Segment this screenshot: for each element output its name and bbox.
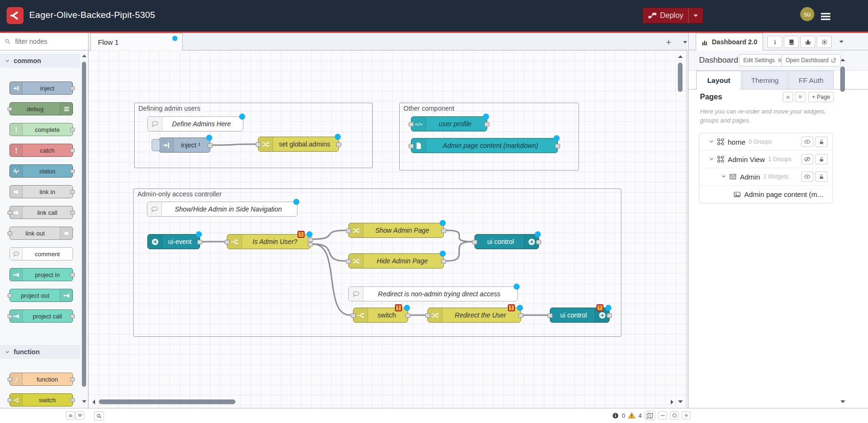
canvas-scroll-down-icon[interactable] xyxy=(677,398,684,405)
node-output-port[interactable] xyxy=(405,313,410,318)
node-output-port[interactable] xyxy=(441,228,446,233)
deploy-button[interactable]: Deploy xyxy=(643,8,703,24)
sidebar-menu-icon[interactable] xyxy=(838,39,844,45)
node-input-port[interactable] xyxy=(547,313,553,318)
lock-toggle-button[interactable] xyxy=(815,137,828,147)
node-input-port[interactable] xyxy=(425,313,430,318)
node-input-port[interactable] xyxy=(8,293,12,298)
node-output-port[interactable] xyxy=(70,211,75,215)
node-output-port[interactable] xyxy=(70,86,75,90)
navigator-button[interactable] xyxy=(644,411,655,420)
tree-row-home[interactable]: home0 Groups xyxy=(699,133,832,151)
comment-node-comment1[interactable]: Define Admins Here xyxy=(147,116,243,131)
palette-node-debug[interactable]: debug xyxy=(9,102,73,115)
lock-toggle-button[interactable] xyxy=(815,171,828,182)
flow-node-is-admin[interactable]: Is Admin User?! xyxy=(227,234,311,249)
canvas-vscrollbar-thumb[interactable] xyxy=(678,63,683,92)
flow-node-admin-content[interactable]: Admin page content (markdown) xyxy=(411,138,558,153)
tree-row-admin-view[interactable]: Admin View1 Groups xyxy=(699,151,832,168)
tree-row-admin-page-content-m-[interactable]: Admin page content (m... xyxy=(699,186,832,203)
palette-node-complete[interactable]: complete xyxy=(9,123,73,136)
comment-node-comment2[interactable]: Show/Hide Admin in Side Navigation xyxy=(147,202,297,217)
palette-category-common[interactable]: common xyxy=(0,54,80,67)
tab-dashboard-2[interactable]: Dashboard 2.0 xyxy=(696,33,763,50)
palette-expand-all-button[interactable] xyxy=(75,411,84,420)
palette-category-function[interactable]: function xyxy=(0,345,80,358)
flow-node-redirect-user[interactable]: Redirect the User! xyxy=(427,308,521,323)
node-input-port[interactable] xyxy=(8,398,12,402)
canvas-hscrollbar-thumb[interactable] xyxy=(99,399,235,404)
node-output-port[interactable] xyxy=(441,259,446,264)
comment-node-comment3[interactable]: Redirect is non-admin trying direct acce… xyxy=(348,286,518,301)
flow-group-other-component[interactable]: Other component xyxy=(399,103,579,171)
palette-node-status[interactable]: status xyxy=(9,164,73,178)
node-output-port[interactable] xyxy=(70,398,75,402)
node-output-port[interactable] xyxy=(70,190,75,194)
canvas-scroll-left-icon[interactable] xyxy=(90,399,97,406)
node-input-port[interactable] xyxy=(472,240,477,244)
node-output-port[interactable] xyxy=(208,143,213,148)
flow-node-user-profile[interactable]: </>user profile xyxy=(411,116,487,131)
palette-collapse-all-button[interactable] xyxy=(66,411,75,420)
config-tab-button[interactable] xyxy=(817,36,832,48)
palette-node-project-out[interactable]: project out xyxy=(9,289,73,302)
tree-expand-icon[interactable] xyxy=(721,172,726,181)
flow-node-ui-control-1[interactable]: ui control xyxy=(474,234,539,249)
subtab-layout[interactable]: Layout xyxy=(696,71,741,89)
debug-tab-button[interactable] xyxy=(800,36,815,48)
node-input-port[interactable] xyxy=(346,259,351,264)
node-output-port[interactable] xyxy=(70,273,75,277)
node-output-port[interactable] xyxy=(607,313,612,318)
palette-scrollbar-thumb[interactable] xyxy=(82,62,86,387)
zoom-out-button[interactable] xyxy=(658,411,667,420)
flow-canvas[interactable]: Defining admin usersOther componentAdmin… xyxy=(88,50,687,408)
node-output-port[interactable] xyxy=(197,240,202,244)
node-output-port[interactable] xyxy=(70,169,75,173)
node-output-port[interactable] xyxy=(308,242,313,247)
node-output-port[interactable] xyxy=(70,128,75,132)
palette-node-project-call[interactable]: project call xyxy=(9,309,73,323)
flow-node-ui-control-2[interactable]: ui control! xyxy=(550,308,610,323)
node-output-port[interactable] xyxy=(518,313,523,318)
flow-node-show-admin[interactable]: Show Admin Page xyxy=(348,223,444,238)
subtab-theming[interactable]: Theming xyxy=(742,71,788,89)
main-menu-icon[interactable] xyxy=(820,11,831,21)
node-output-port[interactable] xyxy=(484,122,490,127)
deploy-menu-button[interactable] xyxy=(689,12,703,19)
palette-scroll-down-icon[interactable] xyxy=(81,398,88,405)
flow-node-set-admins[interactable]: set global.admins xyxy=(258,137,339,152)
visibility-toggle-button[interactable] xyxy=(801,154,813,164)
node-output-port[interactable] xyxy=(536,240,541,244)
node-input-port[interactable] xyxy=(8,377,12,382)
node-input-port[interactable] xyxy=(256,142,261,147)
palette-scroll-up-icon[interactable] xyxy=(81,53,88,59)
node-input-port[interactable] xyxy=(8,314,12,318)
palette-node-link-in[interactable]: link in xyxy=(9,185,73,198)
info-tab-button[interactable] xyxy=(767,36,782,48)
help-tab-button[interactable] xyxy=(784,36,799,48)
node-input-port[interactable] xyxy=(351,313,356,318)
node-output-port[interactable] xyxy=(555,144,560,148)
collapse-all-button[interactable] xyxy=(783,92,793,102)
subtab-ff-auth[interactable]: FF Auth xyxy=(788,71,834,89)
node-output-port[interactable] xyxy=(336,142,341,147)
zoom-in-button[interactable] xyxy=(682,411,691,420)
flow-node-ui-event[interactable]: ui-event xyxy=(147,234,200,249)
palette-search[interactable] xyxy=(0,33,88,50)
palette-node-function[interactable]: ƒfunction xyxy=(9,373,73,386)
palette-node-inject[interactable]: inject xyxy=(9,81,73,95)
node-input-port[interactable] xyxy=(409,122,414,127)
open-dashboard-button[interactable]: Open Dashboard xyxy=(781,54,841,66)
flow-node-hide-admin[interactable]: Hide Admin Page xyxy=(348,253,444,268)
expand-all-button[interactable] xyxy=(795,92,805,102)
lock-toggle-button[interactable] xyxy=(815,154,828,164)
tab-flow-1[interactable]: Flow 1 xyxy=(90,33,183,50)
node-output-port[interactable] xyxy=(70,148,75,153)
zoom-reset-button[interactable] xyxy=(670,411,679,420)
add-page-button[interactable]: + Page xyxy=(808,92,834,102)
palette-node-comment[interactable]: comment xyxy=(9,247,73,260)
node-input-port[interactable] xyxy=(225,240,230,244)
palette-node-project-in[interactable]: project in xyxy=(9,268,73,281)
tree-expand-icon[interactable] xyxy=(709,155,714,163)
sidebar-scroll-up-icon[interactable] xyxy=(839,57,846,64)
